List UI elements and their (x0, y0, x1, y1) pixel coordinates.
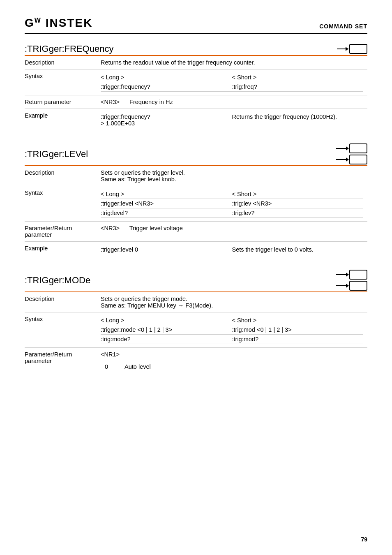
page-number: 79 (361, 536, 367, 543)
example-short: Sets the trigger level to 0 volts. (232, 245, 364, 254)
syntax-row: :trigger:mode <0 | 1 | 2 | 3> :trig:mod … (101, 325, 363, 335)
short-syntax-2: :trig:lev? (232, 208, 364, 218)
header-divider (25, 33, 367, 34)
arrow-out-row (336, 143, 367, 153)
box-out (349, 143, 367, 153)
content-description: Sets or queries the trigger level. Same … (101, 166, 367, 186)
example-table: :trigger:frequency?> 1.000E+03 Returns t… (101, 112, 363, 128)
arrow-out-mode (336, 274, 348, 275)
command-icon-bidir-mode (336, 270, 367, 291)
syntax-row-2: :trig:level? :trig:lev? (101, 208, 363, 218)
header: GW INSTEK COMMAND SET (25, 16, 367, 30)
syntax-table-mode: < Long > < Short > :trigger:mode <0 | 1 … (101, 316, 363, 344)
command-title-row: :TRIGger:FREQuency (25, 44, 367, 54)
box-in-mode (349, 281, 367, 291)
section-trigger-mode: :TRIGger:MODe (25, 270, 367, 377)
label-example: Example (25, 109, 101, 132)
arrow-out (336, 148, 348, 149)
long-header: < Long > (101, 316, 232, 325)
short-header: < Short > (232, 190, 364, 199)
command-title-level: :TRIGger:LEVel (25, 149, 88, 160)
content-description: Returns the readout value of the trigger… (101, 56, 367, 69)
table-row-last: Parameter/Returnparameter <NR1> 0 Auto l… (25, 348, 367, 377)
section-gap-2 (25, 261, 367, 270)
short-syntax-1: :trig:mod <0 | 1 | 2 | 3> (232, 325, 364, 335)
example-long: :trigger:frequency?> 1.000E+03 (101, 112, 232, 128)
syntax-header-row: < Long > < Short > (101, 73, 363, 82)
box-out-mode (349, 270, 367, 280)
label-syntax: Syntax (25, 69, 101, 95)
param-value: 0 (101, 360, 125, 373)
bidir-icon-mode (336, 270, 367, 291)
command-icon-bidir-level (336, 143, 367, 164)
table-row: Return parameter <NR3> Frequency in Hz (25, 95, 367, 109)
table-row: Syntax < Long > < Short > :trigger:mode … (25, 312, 367, 348)
table-row: Description Sets or queries the trigger … (25, 166, 367, 186)
logo-text: GW INSTEK (25, 16, 92, 29)
label-description: Description (25, 166, 101, 186)
box-icon (349, 44, 367, 54)
syntax-header-row: < Long > < Short > (101, 316, 363, 325)
short-header: < Short > (232, 316, 364, 325)
syntax-row: :trigger:frequency? :trig:freq? (101, 82, 363, 92)
page: GW INSTEK COMMAND SET :TRIGger:FREQuency… (0, 0, 392, 555)
arrowhead-out (346, 146, 349, 150)
syntax-table: < Long > < Short > :trigger:frequency? :… (101, 73, 363, 92)
long-header: < Long > (101, 190, 232, 199)
content-return: <NR3> Frequency in Hz (101, 95, 367, 109)
command-title-row-level: :TRIGger:LEVel (25, 143, 367, 164)
label-syntax: Syntax (25, 186, 101, 222)
label-description: Description (25, 292, 101, 312)
short-syntax-1: :trig:lev <NR3> (232, 199, 364, 208)
arrowhead-out-mode (346, 273, 349, 277)
command-icon-query (337, 44, 367, 54)
long-syntax-2: :trig:level? (101, 208, 232, 218)
arrow-in-row (336, 155, 367, 164)
mode-info-table: Description Sets or queries the trigger … (25, 292, 367, 377)
arrow-in (336, 159, 348, 160)
label-example: Example (25, 242, 101, 258)
example-row: :trigger:level 0 Sets the trigger level … (101, 245, 363, 254)
short-syntax: :trig:freq? (232, 82, 364, 92)
syntax-table-level: < Long > < Short > :trigger:level <NR3> … (101, 190, 363, 218)
content-example: :trigger:level 0 Sets the trigger level … (101, 242, 367, 258)
long-syntax-1: :trigger:mode <0 | 1 | 2 | 3> (101, 325, 232, 335)
label-param-return: Parameter/Returnparameter (25, 348, 101, 377)
bidir-icon (336, 143, 367, 164)
example-short: Returns the trigger frequency (1000Hz). (232, 112, 364, 128)
long-syntax: :trigger:frequency? (101, 82, 232, 92)
section-label: COMMAND SET (319, 23, 367, 30)
table-row: Syntax < Long > < Short > :trigger:frequ… (25, 69, 367, 95)
table-row: Parameter/Returnparameter <NR3> Trigger … (25, 222, 367, 242)
command-title-mode: :TRIGger:MODe (25, 275, 90, 286)
long-syntax-1: :trigger:level <NR3> (101, 199, 232, 208)
freq-info-table: Description Returns the readout value of… (25, 56, 367, 131)
section-gap (25, 135, 367, 143)
short-syntax-2: :trig:mod? (232, 335, 364, 344)
short-header: < Short > (232, 73, 364, 82)
arrow-in-row-mode (336, 281, 367, 291)
example-long: :trigger:level 0 (101, 245, 232, 254)
table-row: Syntax < Long > < Short > :trigger:level… (25, 186, 367, 222)
param-desc: Auto level (125, 360, 155, 373)
label-return: Return parameter (25, 95, 101, 109)
content-syntax: < Long > < Short > :trigger:level <NR3> … (101, 186, 367, 222)
arrow-in-mode (336, 285, 348, 286)
label-syntax: Syntax (25, 312, 101, 348)
label-description: Description (25, 56, 101, 69)
logo: GW INSTEK (25, 16, 92, 30)
content-example: :trigger:frequency?> 1.000E+03 Returns t… (101, 109, 367, 132)
label-param: Parameter/Returnparameter (25, 222, 101, 242)
command-title-row-mode: :TRIGger:MODe (25, 270, 367, 291)
long-header: < Long > (101, 73, 232, 82)
syntax-row-2: :trig:mode? :trig:mod? (101, 335, 363, 344)
param-row: 0 Auto level (101, 360, 155, 373)
section-trigger-frequency: :TRIGger:FREQuency Description Returns t… (25, 44, 367, 131)
example-row: :trigger:frequency?> 1.000E+03 Returns t… (101, 112, 363, 128)
section-trigger-level: :TRIGger:LEVel (25, 143, 367, 257)
box-in (349, 155, 367, 164)
arrowhead-in-mode (346, 284, 349, 288)
example-table-level: :trigger:level 0 Sets the trigger level … (101, 245, 363, 254)
param-sub-table: 0 Auto level (101, 360, 155, 373)
arrow-out-row-mode (336, 270, 367, 280)
